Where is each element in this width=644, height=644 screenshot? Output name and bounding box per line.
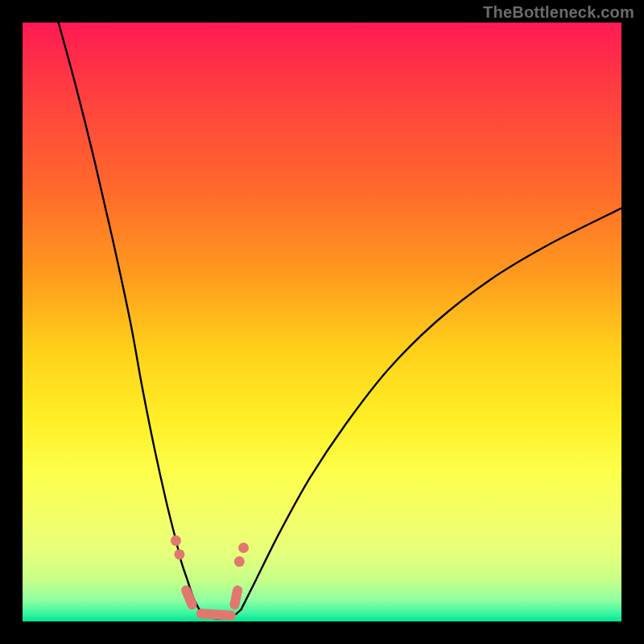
curve-marker-segment xyxy=(234,590,237,605)
marker-group xyxy=(171,535,249,616)
left-curve xyxy=(59,23,200,609)
watermark-text: TheBottleneck.com xyxy=(483,3,634,22)
right-curve xyxy=(242,208,621,609)
curve-marker-dot xyxy=(174,549,184,559)
outer-frame: TheBottleneck.com xyxy=(0,0,644,644)
curve-marker-dot xyxy=(234,556,245,567)
curve-marker-dot xyxy=(171,535,181,546)
curve-marker-dot xyxy=(238,543,249,553)
chart-svg xyxy=(23,23,621,621)
curve-marker-segment xyxy=(201,613,231,615)
plot-area xyxy=(23,23,621,621)
curve-marker-segment xyxy=(186,590,192,605)
